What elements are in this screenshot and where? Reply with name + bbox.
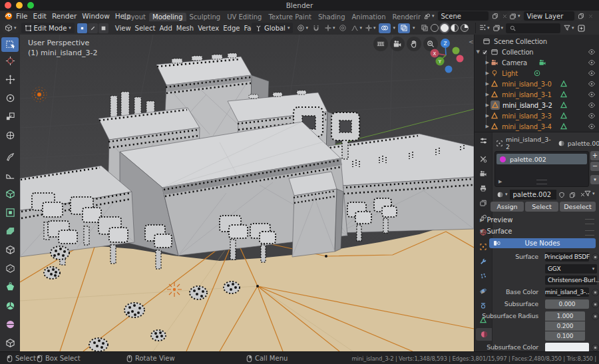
menu-select[interactable]: Select [135,25,156,32]
shading-rendered-button[interactable] [461,24,469,32]
proportional-editing-toggle[interactable] [339,24,347,32]
new-collection-icon[interactable] [577,24,586,33]
outliner-row-mini-island-3-2[interactable]: ▶ mini_island_3-2 [475,100,599,110]
menu-render[interactable]: Render [49,12,79,20]
subsurface-slider[interactable]: 0.000 [545,299,589,309]
expand-icon[interactable]: ▶ [484,124,491,129]
eye-icon[interactable] [588,59,596,67]
radius-value-0[interactable]: 1.000 [545,311,585,321]
mesh-block-front[interactable] [289,172,343,257]
outliner-row-collection[interactable]: ▼ Collection [475,47,599,57]
menu-view[interactable]: View [115,25,131,32]
properties-editor-type-button[interactable] [476,134,491,147]
expand-icon[interactable]: ▼ [475,49,481,55]
viewport-canvas[interactable]: User Perspective (1) mini_island_3-2 Z X… [20,35,474,351]
scene-browse-button[interactable]: ▾ [421,11,437,21]
eye-icon[interactable] [588,101,596,109]
eye-icon[interactable] [588,48,596,56]
distribution-dropdown[interactable]: GGX▾ [545,264,597,273]
tool-knife[interactable] [1,261,19,275]
select-mode-vertex-button[interactable] [77,23,87,33]
scene-new-button[interactable] [490,11,500,21]
snap-toggle[interactable] [312,24,320,32]
add-material-slot-button[interactable]: + [590,151,599,160]
expand-icon[interactable]: ▶ [484,60,491,65]
shading-xray-icon[interactable] [421,24,429,32]
menu-window[interactable]: Window [79,12,112,20]
expand-icon[interactable]: ▶ [484,71,491,76]
view-layer-name-field[interactable]: View Layer [524,11,574,21]
outliner-editor-type-button[interactable]: ▾ [479,24,490,32]
toggle-ortho-button[interactable] [373,37,388,51]
menu-file[interactable]: File [13,12,31,20]
tool-inset-faces[interactable] [1,205,19,220]
select-mode-face-button[interactable] [99,23,108,33]
surface-shader-dropdown[interactable]: Principled BSDF [545,252,589,262]
shading-material-button[interactable] [451,24,459,32]
show-overlays-toggle[interactable] [379,23,391,33]
panel-grip[interactable] [585,219,594,224]
material-specials-button[interactable]: ▾ [590,175,599,184]
scene-name-field[interactable]: Scene [438,11,489,21]
expand-icon[interactable]: ▶ [484,113,491,118]
outliner-row-camera[interactable]: ▶ Camera [475,57,599,68]
outliner-filter-dropdown[interactable]: ▾ [563,24,574,32]
eye-icon[interactable] [588,91,596,98]
tool-select-box[interactable] [1,37,19,52]
keyframe-dot[interactable] [592,289,599,296]
browse-material-button[interactable]: ▾ [495,190,510,200]
transform-orientation-dropdown[interactable]: Global▾ [252,23,293,33]
camera-view-button[interactable] [390,37,405,51]
deselect-button[interactable]: Deselect [560,202,596,212]
subsurface-method-dropdown[interactable]: Christensen-Burl..▾ [545,275,597,285]
pan-view-button[interactable] [407,37,421,51]
breadcrumb-object[interactable]: mini_island_3-2 [506,136,551,150]
tab-modeling[interactable]: Modeling [149,13,186,21]
preview-panel-header[interactable]: ▶Preview [480,216,512,224]
show-gizmo-dropdown[interactable]: ▾ [365,24,376,32]
outliner-row-mini-island-3-4[interactable]: ▶ mini_island_3-4 [475,121,599,132]
outliner-row-mini-island-3-1[interactable]: ▶ mini_island_3-1 [475,89,599,100]
tab-view-layer[interactable] [476,196,491,209]
tool-move[interactable] [1,72,19,87]
eye-icon[interactable] [588,80,596,88]
tab-texture-paint[interactable]: Texture Paint [265,13,315,21]
base-color-value[interactable]: mini_island_3-.. [545,287,589,297]
tool-edge-slide[interactable] [1,335,19,350]
tab-object[interactable] [476,240,491,253]
remove-material-slot-button[interactable]: − [590,162,599,171]
panel-grip[interactable] [585,230,594,236]
tool-rotate[interactable] [1,91,19,105]
snap-settings-dropdown[interactable]: ▾ [324,24,335,32]
tab-shading[interactable]: Shading [315,13,349,21]
expand-icon[interactable]: ▶ [484,102,491,108]
outliner-row-mini-island-3-3[interactable]: ▶ mini_island_3-3 [475,110,599,121]
tool-cursor[interactable] [1,53,19,68]
expand-icon[interactable]: ▶ [484,92,491,97]
tool-annotate[interactable] [1,149,19,164]
menu-edge[interactable]: Edge [223,25,240,32]
tab-uv-editing[interactable]: UV Editing [224,13,265,21]
tool-scale[interactable] [1,109,19,124]
tool-bevel[interactable] [1,224,19,238]
keyframe-dot[interactable] [592,344,599,351]
tab-particles[interactable] [476,270,491,282]
keyframe-dot[interactable] [592,301,599,308]
blender-logo-icon[interactable] [4,11,13,21]
tool-spin[interactable] [1,298,19,313]
tool-loop-cut[interactable] [1,242,19,257]
mode-dropdown[interactable]: Edit Mode▾ [21,23,75,33]
view-layer-browse-button[interactable]: ▾ [507,11,522,21]
shading-solid-button[interactable] [441,24,449,32]
menu-vertex[interactable]: Vertex [198,25,219,32]
keyframe-dot[interactable] [592,313,599,320]
menu-edit[interactable]: Edit [31,12,49,20]
tab-render[interactable] [476,167,491,180]
select-mode-edge-button[interactable] [88,23,98,33]
select-button[interactable]: Select [525,202,558,212]
radius-value-2[interactable]: 0.100 [545,331,585,341]
viewport-3d[interactable]: User Perspective (1) mini_island_3-2 Z X… [20,35,474,351]
use-nodes-button[interactable]: Use Nodes [489,238,596,248]
tab-material[interactable] [476,328,492,341]
view-layer-new-button[interactable] [576,11,586,21]
